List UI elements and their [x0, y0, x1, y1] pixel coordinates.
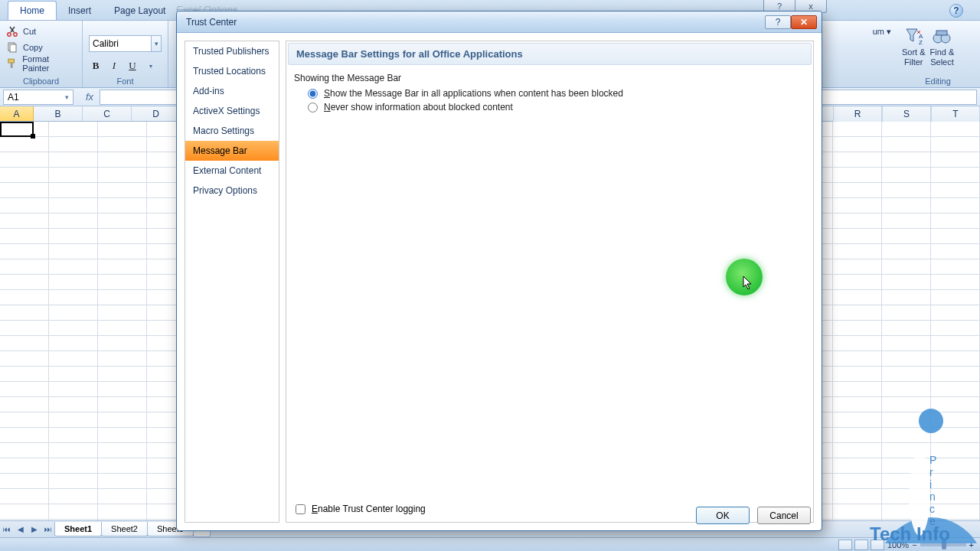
copy-label: Copy: [23, 43, 43, 52]
cancel-button[interactable]: Cancel: [757, 507, 811, 524]
radio-never-label: Never show information about blocked con…: [324, 102, 513, 112]
sort-filter-label: Sort & Filter: [902, 47, 926, 67]
sort-filter-button[interactable]: AZ Sort & Filter: [902, 26, 926, 67]
name-box[interactable]: A1 ▾: [3, 90, 74, 105]
dialog-titlebar[interactable]: Trust Center ? ✕: [177, 11, 822, 33]
tab-page-layout[interactable]: Page Layout: [103, 2, 177, 20]
svg-point-0: [8, 33, 11, 36]
find-select-label: Find & Select: [930, 47, 955, 67]
view-page-layout-button[interactable]: [854, 540, 868, 550]
column-header[interactable]: D: [132, 106, 181, 121]
group-clipboard: Cut Copy Format Painter Clipboard: [0, 21, 83, 87]
svg-rect-4: [8, 59, 15, 63]
find-select-button[interactable]: Find & Select: [930, 26, 955, 67]
checkbox-logging-input[interactable]: [296, 504, 305, 514]
radio-never-show[interactable]: Never show information about blocked con…: [308, 102, 805, 112]
name-box-dropdown-icon[interactable]: ▾: [65, 93, 69, 101]
group-font-label: Font: [83, 77, 168, 86]
radio-show-label: Show the Message Bar in all applications…: [324, 88, 623, 99]
view-page-break-button[interactable]: [871, 540, 884, 550]
cut-button[interactable]: Cut: [6, 24, 76, 39]
column-header[interactable]: S: [882, 106, 931, 122]
sheet-tab-1[interactable]: Sheet1: [54, 522, 102, 536]
copy-icon: [6, 41, 18, 54]
trust-center-dialog: Trust Center ? ✕ Trusted PublishersTrust…: [176, 11, 822, 531]
section-header: Message Bar Settings for all Office Appl…: [288, 43, 812, 65]
category-item[interactable]: Add-ins: [185, 81, 279, 101]
format-painter-label: Format Painter: [22, 54, 76, 73]
svg-text:Z: Z: [919, 39, 923, 46]
status-bar: 100% − +: [0, 537, 980, 551]
scissors-icon: [6, 25, 18, 37]
zoom-out-button[interactable]: −: [912, 540, 916, 549]
tab-nav-next[interactable]: ▶: [28, 523, 41, 536]
category-item[interactable]: Privacy Options: [185, 181, 279, 201]
tab-home[interactable]: Home: [8, 1, 57, 20]
copy-button[interactable]: Copy: [6, 40, 76, 55]
funnel-sort-icon: AZ: [902, 26, 925, 47]
italic-button[interactable]: I: [107, 59, 121, 73]
category-item[interactable]: ActiveX Settings: [185, 101, 279, 121]
radio-show-input[interactable]: [308, 89, 318, 99]
column-header[interactable]: B: [34, 106, 83, 121]
font-name-input[interactable]: [89, 35, 152, 52]
underline-button[interactable]: U: [126, 59, 139, 73]
zoom-slider[interactable]: [920, 543, 966, 546]
svg-rect-10: [936, 31, 947, 35]
group-clipboard-label: Clipboard: [0, 77, 82, 86]
group-editing: AZ Sort & Filter Find & Select Editing: [896, 21, 980, 87]
section-subhead: Showing the Message Bar: [294, 73, 805, 83]
sheet-tab-2[interactable]: Sheet2: [101, 522, 148, 536]
group-editing-label: Editing: [896, 77, 980, 86]
category-item[interactable]: Message Bar: [185, 141, 279, 161]
tab-nav-first[interactable]: ⏮: [0, 523, 14, 536]
dialog-category-list: Trusted PublishersTrusted LocationsAdd-i…: [185, 41, 279, 523]
paintbrush-icon: [6, 57, 18, 70]
column-header[interactable]: R: [833, 106, 882, 122]
ribbon-help-icon[interactable]: ?: [949, 4, 963, 18]
column-header[interactable]: T: [931, 106, 980, 122]
checkbox-logging-label: Enable Trust Center logging: [312, 504, 426, 514]
fill-handle[interactable]: [31, 134, 35, 139]
column-headers-right: RST: [833, 106, 980, 122]
tab-nav-last[interactable]: ⏭: [41, 523, 55, 536]
bold-button[interactable]: B: [89, 59, 103, 73]
highlight-marker: [726, 259, 763, 295]
category-item[interactable]: Macro Settings: [185, 121, 279, 141]
zoom-in-button[interactable]: +: [969, 540, 974, 549]
svg-point-1: [14, 33, 17, 36]
dialog-close-button[interactable]: ✕: [791, 15, 817, 29]
selected-cell[interactable]: [0, 122, 34, 137]
cursor-icon: [743, 276, 753, 291]
radio-show-message-bar[interactable]: Show the Message Bar in all applications…: [308, 88, 805, 99]
category-item[interactable]: External Content: [185, 161, 279, 181]
format-painter-button[interactable]: Format Painter: [6, 56, 76, 71]
column-header[interactable]: C: [83, 106, 132, 121]
zoom-label: 100%: [887, 540, 909, 549]
radio-never-input[interactable]: [308, 103, 318, 112]
column-header[interactable]: A: [0, 106, 34, 121]
view-normal-button[interactable]: [838, 540, 852, 550]
category-item[interactable]: Trusted Publishers: [185, 41, 279, 61]
tab-insert[interactable]: Insert: [57, 2, 103, 20]
binoculars-icon: [930, 26, 953, 47]
dialog-help-button[interactable]: ?: [765, 15, 791, 29]
autosum-label[interactable]: um ▾: [873, 27, 891, 37]
svg-rect-5: [11, 63, 13, 68]
fx-icon[interactable]: fx: [86, 91, 93, 103]
font-name-dropdown[interactable]: ▾: [152, 35, 162, 52]
ok-button[interactable]: OK: [696, 507, 750, 524]
svg-rect-3: [10, 44, 16, 52]
cut-label: Cut: [23, 27, 36, 36]
group-font: ▾ B I U ▾ Font: [83, 21, 168, 87]
dialog-title: Trust Center: [186, 17, 237, 28]
category-item[interactable]: Trusted Locations: [185, 61, 279, 81]
underline-dropdown[interactable]: ▾: [144, 59, 158, 73]
tab-nav-prev[interactable]: ◀: [14, 523, 28, 536]
name-box-value: A1: [8, 92, 19, 103]
